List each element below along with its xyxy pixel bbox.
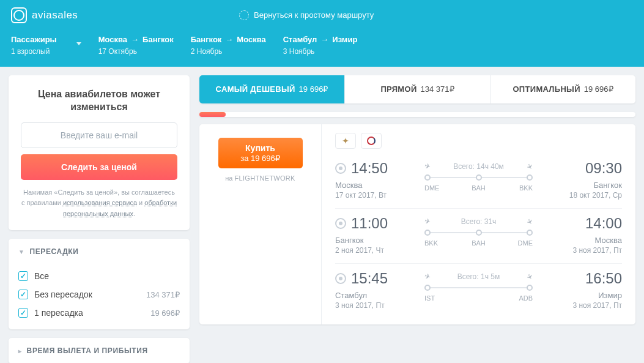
buy-column: Купить за 19 696₽ на FLIGHTNETWORK bbox=[199, 124, 322, 324]
brand-text: aviasales bbox=[32, 9, 78, 21]
arrival: 16:50Измир3 ноя 2017, Пт bbox=[544, 270, 622, 310]
watch-price-button[interactable]: Следить за ценой bbox=[21, 154, 177, 180]
sort-tab[interactable]: ОПТИМАЛЬНЫЙ 19 696₽ bbox=[490, 75, 635, 103]
tab-label: ОПТИМАЛЬНЫЙ bbox=[513, 84, 580, 94]
airport-codes: ISTADB bbox=[424, 294, 533, 302]
route-segment[interactable]: Бангкок → Москва2 Ноябрь bbox=[191, 34, 266, 57]
route-segment[interactable]: Москва → Бангкок17 Октябрь bbox=[98, 34, 174, 57]
passengers-label: Пассажиры bbox=[11, 34, 57, 46]
leg-duration: Всего: 14ч 40м bbox=[453, 162, 504, 171]
route-date: 2 Ноябрь bbox=[191, 46, 266, 57]
passengers-value: 1 взрослый bbox=[11, 46, 57, 57]
departure: 15:45Стамбул3 ноя 2017, Пт bbox=[335, 270, 413, 310]
filter-stops: ▼ ПЕРЕСАДКИ ВсеБез пересадок134 371₽1 пе… bbox=[9, 239, 190, 329]
arrow-right-icon: → bbox=[225, 34, 233, 46]
dep-time: 14:50 bbox=[351, 160, 388, 177]
filter-stops-title: ПЕРЕСАДКИ bbox=[30, 247, 79, 256]
dep-date: 2 ноя 2017, Чт bbox=[335, 246, 413, 255]
arrow-right-icon: → bbox=[320, 34, 328, 46]
dep-city: Бангкок bbox=[335, 236, 413, 245]
plane-takeoff-icon: ✈ bbox=[423, 271, 432, 281]
filter-checkbox-row[interactable]: 1 пересадка19 696₽ bbox=[18, 304, 180, 322]
buy-button[interactable]: Купить за 19 696₽ bbox=[218, 138, 303, 169]
sort-tabs: САМЫЙ ДЕШЕВЫЙ 19 696₽ПРЯМОЙ 134 371₽ОПТИ… bbox=[199, 75, 635, 103]
tab-label: ПРЯМОЙ bbox=[380, 84, 416, 94]
buy-price: за 19 696₽ bbox=[237, 154, 284, 163]
tab-price: 19 696₽ bbox=[299, 84, 328, 94]
brand[interactable]: aviasales bbox=[11, 7, 78, 23]
filter-checkbox-row[interactable]: Все bbox=[18, 267, 180, 285]
filter-time: ▸ ВРЕМЯ ВЫЛЕТА И ПРИБЫТИЯ bbox=[9, 338, 190, 363]
dep-city: Стамбул bbox=[335, 291, 413, 300]
arr-city: Измир bbox=[544, 291, 622, 300]
plane-takeoff-icon: ✈ bbox=[423, 161, 432, 171]
checkbox-icon bbox=[18, 290, 28, 299]
arr-date: 18 окт 2017, Ср bbox=[544, 191, 622, 200]
dep-time: 15:45 bbox=[351, 270, 388, 287]
departure: 11:00Бангкок2 ноя 2017, Чт bbox=[335, 215, 413, 255]
leg-track: ✈Всего: 14ч 40м✈DMEBAHBKK bbox=[413, 160, 544, 192]
pin-icon bbox=[335, 273, 346, 284]
simple-route-label: Вернуться к простому маршруту bbox=[254, 10, 374, 20]
arr-city: Бангкок bbox=[544, 181, 622, 190]
route-from: Бангкок bbox=[191, 34, 222, 46]
arrow-right-icon: → bbox=[131, 34, 139, 46]
arrival: 14:00Москва3 ноя 2017, Пт bbox=[544, 215, 622, 255]
filter-label: 1 пересадка bbox=[34, 308, 83, 318]
route-from: Стамбул bbox=[283, 34, 317, 46]
leg-track: ✈Всего: 31ч✈BKKBAHDME bbox=[413, 215, 544, 247]
leg-track: ✈Всего: 1ч 5м✈ISTADB bbox=[413, 270, 544, 302]
arr-city: Москва bbox=[544, 236, 622, 245]
dep-time: 11:00 bbox=[351, 215, 388, 232]
route-to: Бангкок bbox=[142, 34, 174, 46]
arr-date: 3 ноя 2017, Пт bbox=[544, 301, 622, 310]
route-icon bbox=[239, 10, 249, 20]
filter-time-head[interactable]: ▸ ВРЕМЯ ВЫЛЕТА И ПРИБЫТИЯ bbox=[9, 338, 190, 363]
dep-city: Москва bbox=[335, 181, 413, 190]
airline-logos: ✦ bbox=[335, 133, 622, 149]
legs: ✦ 14:50Москва17 окт 2017, Вт✈Всего: 14ч … bbox=[322, 124, 635, 324]
arrival: 09:30Бангкок18 окт 2017, Ср bbox=[544, 160, 622, 200]
flight-leg: 14:50Москва17 окт 2017, Вт✈Всего: 14ч 40… bbox=[335, 154, 622, 209]
checkbox-icon bbox=[18, 271, 28, 281]
sort-tab[interactable]: САМЫЙ ДЕШЕВЫЙ 19 696₽ bbox=[199, 75, 345, 103]
pin-icon bbox=[335, 163, 346, 174]
passengers[interactable]: Пассажиры 1 взрослый bbox=[11, 34, 57, 57]
route-date: 17 Октябрь bbox=[98, 46, 174, 57]
arr-time: 09:30 bbox=[585, 160, 622, 177]
departure: 14:50Москва17 окт 2017, Вт bbox=[335, 160, 413, 200]
price-watch-title: Цена авиабилетов может измениться bbox=[21, 88, 177, 114]
route-to: Москва bbox=[237, 34, 265, 46]
airport-codes: BKKBAHDME bbox=[424, 239, 533, 247]
filter-price: 19 696₽ bbox=[150, 309, 180, 318]
simple-route-link[interactable]: Вернуться к простому маршруту bbox=[239, 10, 374, 20]
filter-stops-head[interactable]: ▼ ПЕРЕСАДКИ bbox=[9, 239, 190, 264]
brand-icon bbox=[11, 7, 27, 23]
plane-land-icon: ✈ bbox=[524, 162, 535, 171]
progress-bar bbox=[199, 112, 635, 117]
route-to: Измир bbox=[332, 34, 357, 46]
tab-price: 19 696₽ bbox=[584, 84, 613, 94]
checkbox-icon bbox=[18, 308, 28, 318]
airline-logo bbox=[361, 133, 382, 149]
terms-link[interactable]: использования сервиса bbox=[63, 199, 137, 206]
topbar: aviasales Вернуться к простому маршруту bbox=[0, 0, 644, 30]
pin-icon bbox=[335, 218, 346, 229]
plane-takeoff-icon: ✈ bbox=[423, 216, 432, 226]
price-watch-note: Нажимая «Следить за ценой», вы соглашает… bbox=[21, 187, 177, 220]
plane-land-icon: ✈ bbox=[524, 217, 535, 226]
price-watch-card: Цена авиабилетов может измениться Следит… bbox=[9, 75, 190, 231]
tab-price: 134 371₽ bbox=[421, 84, 454, 94]
sort-tab[interactable]: ПРЯМОЙ 134 371₽ bbox=[345, 75, 490, 103]
email-input[interactable] bbox=[21, 122, 177, 148]
filter-checkbox-row[interactable]: Без пересадок134 371₽ bbox=[18, 285, 180, 304]
chevron-down-icon bbox=[76, 42, 81, 45]
airport-codes: DMEBAHBKK bbox=[424, 184, 533, 192]
chevron-right-icon: ▸ bbox=[18, 348, 22, 354]
result-card: Купить за 19 696₽ на FLIGHTNETWORK ✦ 14:… bbox=[199, 124, 635, 324]
buy-label: Купить bbox=[237, 143, 284, 154]
leg-duration: Всего: 1ч 5м bbox=[457, 272, 500, 281]
flight-leg: 11:00Бангкок2 ноя 2017, Чт✈Всего: 31ч✈BK… bbox=[335, 209, 622, 264]
search-summary: Пассажиры 1 взрослый Москва → Бангкок17 … bbox=[0, 30, 644, 67]
route-segment[interactable]: Стамбул → Измир3 Ноябрь bbox=[283, 34, 358, 57]
